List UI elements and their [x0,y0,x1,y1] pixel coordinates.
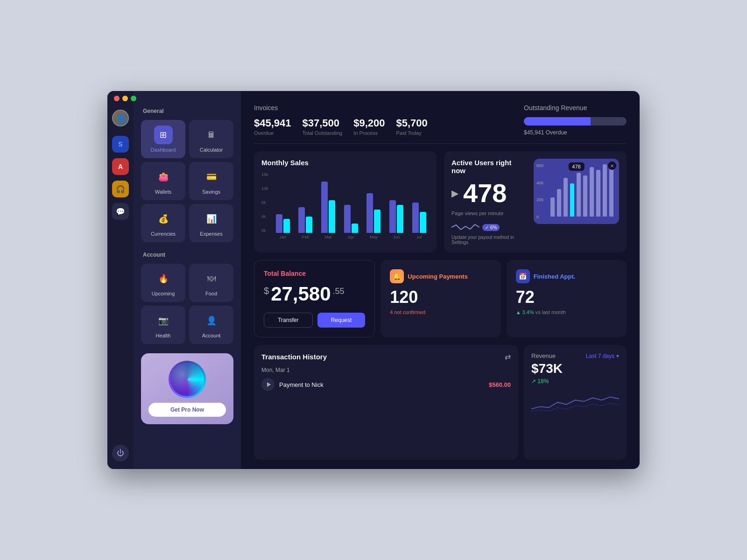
sidebar-item-savings[interactable]: 💳 Savings [189,162,233,200]
currencies-icon: 💰 [154,210,173,228]
outstanding-bar-rest [591,117,627,126]
sidebar-item-upcoming[interactable]: 🔥 Upcoming [141,264,185,302]
sidebar-item-account[interactable]: 👤 Account [189,306,233,344]
promo-button[interactable]: Get Pro Now [148,403,226,417]
dot-red[interactable] [114,96,120,101]
sidebar-label-upcoming: Upcoming [152,291,175,296]
monthly-sales-title: Monthly Sales [261,159,429,167]
sidebar-account-grid: 🔥 Upcoming 🍽 Food 📷 Health 👤 Account [141,264,233,344]
y-label-1: 10k [261,186,268,191]
sidebar-item-health[interactable]: 📷 Health [141,306,185,344]
request-button[interactable]: Request [317,313,366,328]
dot-green[interactable] [131,96,136,101]
y-label-2: 6k [261,200,268,205]
rail-icon-a[interactable]: A [112,158,129,175]
bar-x-label: Jul [409,235,429,239]
bar-group [409,172,429,233]
sidebar-item-expenses[interactable]: 📊 Expenses [189,204,233,242]
finished-header: 📅 Finished Appt. [516,269,617,283]
sidebar-general-title: General [141,108,233,114]
bar-chart-v2: ✕ 478 600 400 200 0 [534,159,619,224]
health-icon: 📷 [154,311,173,330]
upcoming-stat-icon: 🔔 [390,269,404,283]
rail-icon-s[interactable]: S [112,136,129,153]
v2-bar-3 [570,183,574,217]
upcoming-count: 120 [390,289,491,306]
bar-purple [412,203,419,233]
transaction-name: Payment to Nick [279,381,484,388]
balance-cents: .55 [333,287,345,296]
invoices-section: Invoices $45,941 Overdue $37,500 Total O… [254,104,627,136]
icon-rail: 👤 S A 🎧 💬 ⏻ [107,91,134,469]
transaction-date: Mon, Mar 1 [261,367,511,373]
sidebar-general-grid: ⊞ Dashboard 🖩 Calculator 👛 Wallets 💳 Sav… [141,120,233,242]
expenses-icon: 📊 [202,210,221,228]
invoice-amount-3: $5,700 [396,117,427,129]
transaction-card: Transaction History ⇄ Mon, Mar 1 Payment… [254,345,518,460]
sidebar-label-health: Health [156,333,171,338]
filter-icon[interactable]: ⇄ [505,352,511,361]
invoice-label-0: Overdue [254,130,291,136]
v2-bar-2 [564,178,568,217]
play-triangle-icon [267,382,271,387]
revenue-amount: $73K [531,361,619,376]
balance-main: 27,580 [271,283,331,305]
play-button[interactable] [261,378,275,391]
sidebar-item-wallets[interactable]: 👛 Wallets [141,162,185,200]
bar-purple [366,193,373,233]
sidebar-item-calculator[interactable]: 🖩 Calculator [189,120,233,158]
total-balance-amount: $ 27,580 .55 [264,283,365,305]
outstanding-bar [524,117,627,126]
rail-icon-headset[interactable]: 🎧 [112,181,129,197]
stats-row: Total Balance $ 27,580 .55 Transfer Requ… [254,260,627,337]
monthly-sales-card: Monthly Sales 15k 10k 6k 4k 0k JanFebMar… [254,151,437,252]
bar-x-label: Feb [296,235,316,239]
invoice-amount-2: $9,200 [353,117,385,129]
v2-bar-8 [603,164,607,217]
total-balance-card: Total Balance $ 27,580 .55 Transfer Requ… [254,260,375,337]
invoice-amount-0: $45,941 [254,117,291,129]
sidebar-label-food: Food [205,291,217,296]
invoice-item-2: $9,200 In Process [353,117,385,136]
food-icon: 🍽 [202,269,221,288]
revenue-period[interactable]: Last 7 days ▾ [586,353,619,359]
calculator-icon: 🖩 [202,126,221,144]
invoice-item-1: $37,500 Total Outstanding [303,117,343,136]
percent-badge: ✓ 6% [482,224,500,231]
revenue-growth-pct: 18% [537,378,549,385]
percent-value: 6% [490,225,497,230]
upcoming-stat-title: Upcoming Payments [408,273,468,280]
sidebar-item-food[interactable]: 🍽 Food [189,264,233,302]
bar-cyan [329,200,335,233]
sidebar-label-calculator: Calculator [200,147,223,153]
v2-bar-7 [596,170,600,217]
revenue-title: Revenue [531,352,556,359]
sidebar-label-currencies: Currencies [151,231,176,237]
finished-stat-icon: 📅 [516,269,530,283]
avatar[interactable]: 👤 [112,110,129,126]
bar-purple [389,200,396,233]
revenue-card: Revenue Last 7 days ▾ $73K ↗ 18% [524,345,627,460]
bar-group [318,172,338,233]
transaction-header: Transaction History ⇄ [261,352,511,361]
outstanding-title: Outstanding Revenue [524,104,627,112]
transfer-button[interactable]: Transfer [264,313,313,328]
period-label: Last 7 days [586,353,614,359]
upcoming-sub: 4 not confirmed [390,309,491,315]
upcoming-payments-card: 🔔 Upcoming Payments 120 4 not confirmed [381,260,500,337]
dot-yellow[interactable] [122,96,128,101]
y-labels: 15k 10k 6k 4k 0k [261,172,271,233]
power-icon[interactable]: ⏻ [112,445,129,462]
close-icon[interactable]: ✕ [608,161,616,170]
invoice-label-3: Paid Today [396,130,427,136]
active-users-note: Update your payout method in Settings [451,235,526,245]
growth-label: vs last month [536,309,566,315]
v2-bar-9 [609,168,613,217]
finished-sub: ▲ 3.4% vs last month [516,309,617,315]
bar-group [387,172,407,233]
sidebar-label-savings: Savings [202,189,220,195]
bottom-row: Transaction History ⇄ Mon, Mar 1 Payment… [254,345,627,460]
sidebar-item-currencies[interactable]: 💰 Currencies [141,204,185,242]
sidebar-item-dashboard[interactable]: ⊞ Dashboard [141,120,185,158]
rail-icon-chat[interactable]: 💬 [112,203,129,220]
